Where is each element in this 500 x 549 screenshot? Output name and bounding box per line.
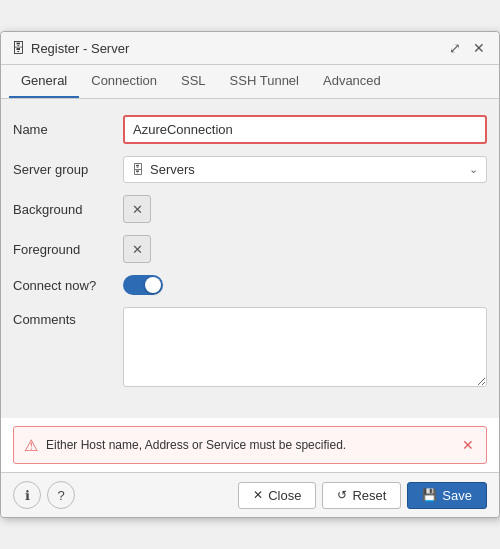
footer: ℹ ? ✕ Close ↺ Reset 💾 Save xyxy=(1,472,499,517)
close-button[interactable]: ✕ Close xyxy=(238,482,316,509)
background-row: Background ✕ xyxy=(13,195,487,223)
name-label: Name xyxy=(13,122,123,137)
server-group-row: Server group 🗄 Servers ⌄ xyxy=(13,156,487,183)
tab-ssl[interactable]: SSL xyxy=(169,65,218,98)
background-field: ✕ xyxy=(123,195,487,223)
server-group-label: Server group xyxy=(13,162,123,177)
server-group-value: Servers xyxy=(150,162,195,177)
connect-now-toggle[interactable] xyxy=(123,275,487,295)
footer-left: ℹ ? xyxy=(13,481,75,509)
expand-button[interactable]: ⤢ xyxy=(445,38,465,58)
tab-general[interactable]: General xyxy=(9,65,79,98)
name-field-container xyxy=(123,115,487,144)
info-button[interactable]: ℹ xyxy=(13,481,41,509)
close-btn-label: Close xyxy=(268,488,301,503)
save-button[interactable]: 💾 Save xyxy=(407,482,487,509)
error-message: Either Host name, Address or Service mus… xyxy=(46,438,346,452)
title-bar-left: 🗄 Register - Server xyxy=(11,40,129,56)
name-input[interactable] xyxy=(123,115,487,144)
tab-advanced[interactable]: Advanced xyxy=(311,65,393,98)
toggle-track-container[interactable] xyxy=(123,275,163,295)
tab-ssh-tunnel[interactable]: SSH Tunnel xyxy=(218,65,311,98)
error-close-button[interactable]: ✕ xyxy=(460,435,476,455)
close-window-button[interactable]: ✕ xyxy=(469,38,489,58)
footer-right: ✕ Close ↺ Reset 💾 Save xyxy=(238,482,487,509)
name-row: Name xyxy=(13,115,487,144)
server-group-inner: 🗄 Servers xyxy=(132,162,195,177)
chevron-down-icon: ⌄ xyxy=(469,163,478,176)
form-content: Name Server group 🗄 Servers ⌄ Background xyxy=(1,99,499,418)
title-bar: 🗄 Register - Server ⤢ ✕ xyxy=(1,32,499,65)
reset-btn-icon: ↺ xyxy=(337,488,347,502)
connect-now-label: Connect now? xyxy=(13,278,123,293)
reset-button[interactable]: ↺ Reset xyxy=(322,482,401,509)
error-content: ⚠ Either Host name, Address or Service m… xyxy=(24,436,452,455)
help-button[interactable]: ? xyxy=(47,481,75,509)
connect-now-row: Connect now? xyxy=(13,275,487,295)
title-bar-controls: ⤢ ✕ xyxy=(445,38,489,58)
foreground-field: ✕ xyxy=(123,235,487,263)
window-title: Register - Server xyxy=(31,41,129,56)
save-btn-icon: 💾 xyxy=(422,488,437,502)
comments-row: Comments xyxy=(13,307,487,390)
tab-connection[interactable]: Connection xyxy=(79,65,169,98)
error-bar: ⚠ Either Host name, Address or Service m… xyxy=(13,426,487,464)
window-icon: 🗄 xyxy=(11,40,25,56)
server-group-field: 🗄 Servers ⌄ xyxy=(123,156,487,183)
close-btn-icon: ✕ xyxy=(253,488,263,502)
save-btn-label: Save xyxy=(442,488,472,503)
error-icon: ⚠ xyxy=(24,436,38,455)
tab-bar: General Connection SSL SSH Tunnel Advanc… xyxy=(1,65,499,99)
foreground-color-button[interactable]: ✕ xyxy=(123,235,151,263)
register-server-window: 🗄 Register - Server ⤢ ✕ General Connecti… xyxy=(0,31,500,518)
foreground-label: Foreground xyxy=(13,242,123,257)
comments-label: Comments xyxy=(13,307,123,327)
connect-now-field xyxy=(123,275,487,295)
reset-btn-label: Reset xyxy=(352,488,386,503)
server-group-select[interactable]: 🗄 Servers ⌄ xyxy=(123,156,487,183)
background-label: Background xyxy=(13,202,123,217)
comments-field xyxy=(123,307,487,390)
comments-textarea[interactable] xyxy=(123,307,487,387)
background-color-button[interactable]: ✕ xyxy=(123,195,151,223)
foreground-row: Foreground ✕ xyxy=(13,235,487,263)
server-group-icon: 🗄 xyxy=(132,163,144,177)
toggle-thumb xyxy=(145,277,161,293)
